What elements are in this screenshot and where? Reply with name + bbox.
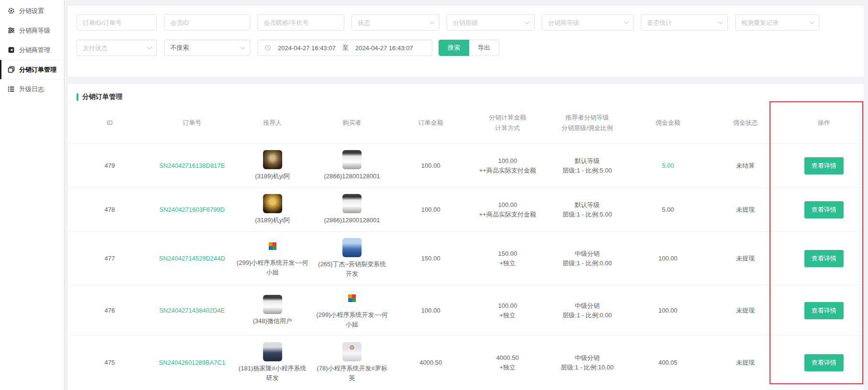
view-detail-button[interactable]: 查看详情 [804, 354, 844, 371]
search-mode-field [164, 40, 250, 56]
date-range-picker[interactable]: 2024-04-27 16:43:07 至 2024-04-27 16:43:0… [257, 40, 432, 56]
sidebar-item[interactable]: 分销商等级 [0, 21, 64, 40]
cell-level: 中级分销 层级:1 - 比例:0.00 [545, 249, 629, 268]
buyer-name: (299)小程序系统开发~~何小姐 [315, 310, 388, 329]
filter-input[interactable] [77, 14, 157, 31]
filter-field [735, 14, 819, 31]
level-name: 中级分销 [545, 249, 629, 259]
view-detail-button[interactable]: 查看详情 [804, 157, 844, 174]
cell-commission: 5.00 [629, 205, 707, 215]
sidebar-item-label: 分销订单管理 [19, 65, 56, 74]
column-header-line1: ID [107, 118, 113, 128]
calc-amount: 100.00 [470, 301, 545, 311]
cell-order-no: SN2404271438402D4E [152, 306, 233, 315]
cell-action: 查看详情 [784, 157, 864, 174]
filter-panel: 2024-04-27 16:43:07 至 2024-04-27 16:43:0… [68, 6, 864, 76]
clock-icon [264, 44, 271, 51]
cell-buyer: (2866)12800128001 [312, 150, 392, 181]
cell-order-amount: 4000.50 [392, 358, 470, 368]
page-title: 分销订单管理 [82, 93, 122, 101]
order-number-link[interactable]: SN24042714529D244D [159, 255, 225, 262]
section-header: 分销订单管理 [68, 93, 864, 101]
sidebar-item[interactable]: 分销设置 [0, 1, 64, 21]
column-header: 订单金额 [392, 118, 470, 128]
column-header-line1: 推荐人 [263, 118, 282, 128]
level-name: 默认等级 [545, 156, 629, 166]
table-row: 475 SN24042601289BA7C1 (181)杨家隆#小程序系统研发 … [68, 336, 864, 389]
cell-commission-status: 未提现 [707, 306, 784, 315]
filter-input[interactable] [641, 14, 728, 31]
table-row: 476 SN2404271438402D4E (348)微信用户 (299)小程… [68, 285, 864, 336]
level-detail: 层级:1 - 比例:0.00 [545, 259, 629, 268]
date-separator: 至 [342, 43, 349, 52]
table-header: ID 订单号 推荐人 购买者 [68, 102, 864, 143]
cell-order-amount: 150.00 [392, 254, 470, 263]
woman-photo [342, 342, 362, 361]
cell-action: 查看详情 [784, 302, 864, 319]
cell-commission-status: 未提现 [707, 254, 784, 263]
search-button[interactable]: 搜索 [439, 40, 469, 56]
filter-input[interactable] [542, 14, 634, 31]
cell-commission: 100.00 [629, 254, 707, 263]
column-header-line2: 计算方式 [495, 123, 520, 133]
list-icon [8, 86, 15, 93]
sidebar-item-label: 分销商管理 [19, 46, 50, 54]
table-row: 479 SN24042716138D817E (3189)机yi阿 (2866)… [68, 143, 864, 187]
pay-status-select[interactable] [77, 40, 157, 56]
sidebar-item-label: 分销商等级 [19, 26, 50, 35]
tree-photo [263, 150, 282, 169]
date-end-value[interactable]: 2024-04-27 16:43:07 [355, 44, 413, 52]
cell-action: 查看详情 [784, 250, 864, 267]
commission-amount: 100.00 [659, 255, 678, 262]
calc-method: ++商品实际支付金额 [470, 166, 545, 175]
date-start-value[interactable]: 2024-04-27 16:43:07 [278, 44, 336, 52]
view-detail-button[interactable]: 查看详情 [804, 302, 844, 319]
column-header: 佣金状态 [707, 118, 784, 128]
gold-statue-photo [263, 194, 282, 213]
commission-amount: 100.00 [659, 307, 678, 314]
filter-input[interactable] [447, 14, 535, 31]
search-mode-select[interactable] [164, 40, 250, 56]
sidebar-item[interactable]: 分销订单管理 [0, 60, 64, 79]
sidebar: 分销设置 分销商等级 [0, 0, 65, 390]
copy-pages-icon [8, 66, 15, 73]
filter-input[interactable] [257, 14, 344, 31]
level-detail: 层级:1 - 比例:0.00 [545, 311, 629, 320]
sidebar-item[interactable]: 分销商管理 [0, 40, 64, 60]
filter-field [352, 14, 439, 31]
commission-amount: 5.00 [662, 206, 674, 213]
filter-field [77, 14, 157, 31]
cell-referrer: (3189)机yi阿 [232, 194, 312, 225]
referrer-name: (3189)机yi阿 [255, 216, 290, 225]
gear-icon [8, 7, 15, 14]
sidebar-item-label: 分销设置 [19, 7, 44, 15]
column-header-line1: 推荐者分销等级 [565, 112, 609, 123]
filter-input[interactable] [735, 14, 819, 31]
export-button[interactable]: 导出 [469, 40, 499, 56]
order-number-link[interactable]: SN24042716138D817E [159, 162, 225, 169]
column-header: 推荐者分销等级 分销层级/佣金比例 [545, 112, 629, 133]
cell-buyer: (2866)12800128001 [312, 194, 392, 225]
cell-order-amount: 100.00 [392, 161, 470, 171]
view-detail-button[interactable]: 查看详情 [804, 201, 844, 218]
cell-id: 479 [68, 161, 152, 171]
cell-commission-status: 未结算 [707, 161, 784, 171]
view-detail-button[interactable]: 查看详情 [804, 250, 844, 267]
order-number-link[interactable]: SN2404271603F6799D [159, 206, 225, 213]
cell-order-amount: 100.00 [392, 306, 470, 315]
calc-method: ++商品实际支付金额 [470, 210, 545, 219]
cell-id: 477 [68, 254, 152, 263]
cell-order-no: SN24042716138D817E [152, 161, 233, 171]
order-number-link[interactable]: SN2404271438402D4E [159, 307, 225, 314]
cell-order-no: SN24042714529D244D [152, 254, 233, 263]
column-header: 操作 [784, 118, 864, 128]
filter-field [542, 14, 634, 31]
filter-input[interactable] [352, 14, 439, 31]
sidebar-item[interactable]: 升级日志 [0, 79, 64, 99]
level-detail: 层级:1 - 比例:5.00 [545, 210, 629, 219]
filter-field [164, 14, 250, 31]
pay-status-field [77, 40, 157, 56]
filter-input[interactable] [164, 14, 250, 31]
order-number-link[interactable]: SN24042601289BA7C1 [159, 359, 225, 366]
table-row: 477 SN24042714529D244D (299)小程序系统开发~~何小姐… [68, 231, 864, 285]
